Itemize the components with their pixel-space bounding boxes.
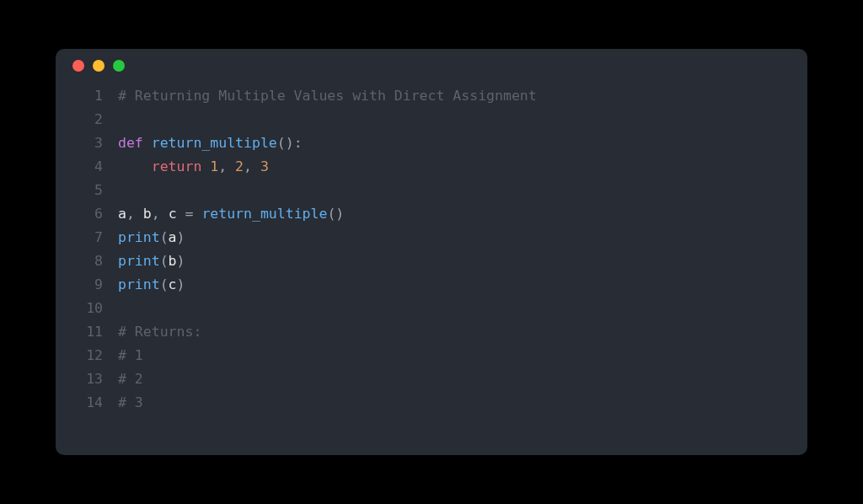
line-content: # 3 [118,391,143,415]
line-content: # Returns: [118,320,201,344]
code-token: , [152,206,169,222]
code-token: return_multiple [201,206,327,222]
line-number: 5 [56,179,118,202]
code-line: 9print(c) [56,273,807,297]
code-token: print [118,229,160,245]
code-token: () [327,206,344,222]
line-number: 12 [56,344,118,367]
code-line: 4 return 1, 2, 3 [56,155,807,179]
code-token: print [118,276,160,292]
code-token: , [126,206,143,222]
line-content: print(c) [118,273,185,297]
line-content: print(a) [118,226,185,249]
code-line: 10 [56,297,807,320]
window-titlebar [56,49,807,83]
code-token: print [118,253,160,269]
code-token: , [244,158,260,174]
editor-window: 1# Returning Multiple Values with Direct… [56,49,807,455]
code-token: b [143,206,152,222]
line-number: 2 [56,108,118,131]
code-token: def [118,135,143,151]
code-line: 8print(b) [56,249,807,273]
code-token: # Returns: [118,324,201,340]
line-content: # Returning Multiple Values with Direct … [118,84,537,108]
line-content: a, b, c = return_multiple() [118,202,344,226]
line-number: 1 [56,84,118,108]
minimize-icon[interactable] [93,60,105,72]
code-token: return_multiple [152,135,277,151]
code-token: 3 [260,158,269,174]
code-line: 13# 2 [56,367,807,391]
code-token: 2 [235,158,244,174]
line-content: return 1, 2, 3 [118,155,269,179]
code-line: 11# Returns: [56,320,807,344]
line-number: 3 [56,131,118,155]
line-content: # 1 [118,344,143,367]
code-token [118,158,152,174]
code-token: 1 [210,158,218,174]
code-token: ( [160,229,169,245]
code-token: ) [177,253,185,269]
code-token: c [169,276,177,292]
code-line: 7print(a) [56,226,807,249]
code-token: # 3 [118,394,143,410]
code-line: 12# 1 [56,344,807,367]
code-token: a [169,229,177,245]
code-token: # Returning Multiple Values with Direct … [118,88,537,104]
close-icon[interactable] [72,60,84,72]
code-token: = [185,206,194,222]
code-token: return [152,158,202,174]
code-token: b [169,253,177,269]
line-number: 8 [56,249,118,273]
code-token [177,206,185,222]
code-token: a [118,206,126,222]
code-token: , [218,158,235,174]
code-line: 14# 3 [56,391,807,415]
line-number: 9 [56,273,118,297]
code-line: 3def return_multiple(): [56,131,807,155]
line-number: 10 [56,297,118,320]
line-number: 13 [56,367,118,391]
code-token: # 2 [118,371,143,387]
line-number: 6 [56,202,118,226]
line-number: 11 [56,320,118,344]
code-token: c [169,206,177,222]
code-line: 1# Returning Multiple Values with Direct… [56,84,807,108]
line-content: def return_multiple(): [118,131,303,155]
code-line: 6a, b, c = return_multiple() [56,202,807,226]
code-token: ( [160,276,169,292]
line-number: 7 [56,226,118,249]
code-token: ) [177,229,185,245]
line-content: print(b) [118,249,185,273]
line-number: 14 [56,391,118,415]
code-token [193,206,201,222]
code-token: ) [177,276,185,292]
code-token [201,158,210,174]
code-token: (): [277,135,303,151]
maximize-icon[interactable] [113,60,125,72]
code-area: 1# Returning Multiple Values with Direct… [56,83,807,415]
code-line: 5 [56,179,807,202]
code-token: # 1 [118,347,143,363]
code-line: 2 [56,108,807,131]
code-token [143,135,152,151]
line-content: # 2 [118,367,143,391]
line-number: 4 [56,155,118,179]
code-token: ( [160,253,169,269]
